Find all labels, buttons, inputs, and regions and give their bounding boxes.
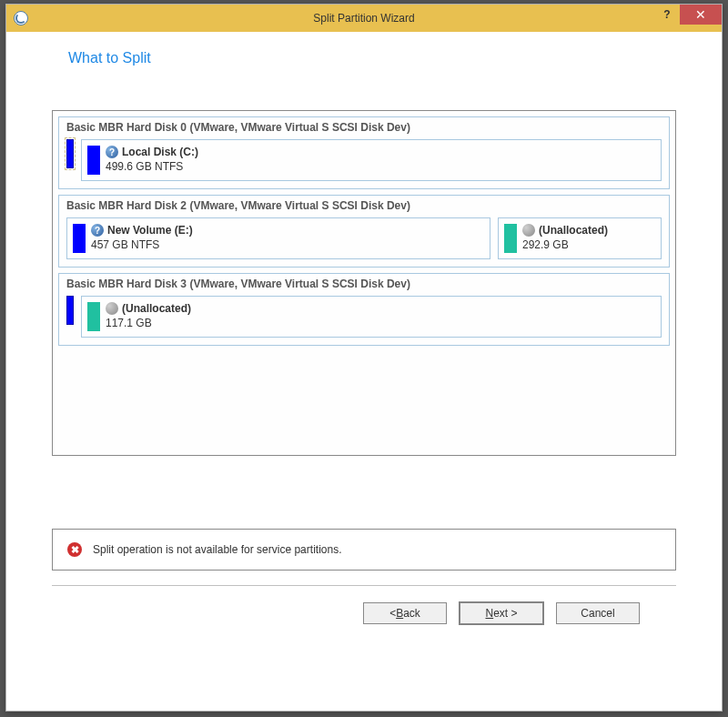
info-icon: ? (91, 224, 104, 237)
partition-name-row: ? New Volume (E:) (91, 224, 193, 237)
partition-info: (Unallocated) 117.1 GB (106, 302, 191, 329)
partitions-row: ? Local Disk (C:) 499.6 GB NTFS (66, 139, 662, 181)
partition-details: 117.1 GB (106, 317, 191, 329)
button-row: < Back Next > Cancel (52, 586, 676, 624)
partitions-row: (Unallocated) 117.1 GB (66, 296, 662, 338)
partition-details: 292.9 GB (522, 238, 608, 251)
disk-icon (106, 302, 118, 315)
download-icon (642, 693, 657, 708)
window-controls: ? ✕ (654, 5, 722, 25)
disk-group-2: Basic MBR Hard Disk 2 (VMware, VMware Vi… (58, 195, 670, 268)
partition-name: (Unallocated) (122, 302, 191, 315)
info-icon: ? (106, 146, 118, 158)
partition-info: ? Local Disk (C:) 499.6 GB NTFS (106, 146, 198, 173)
partition-name: Local Disk (C:) (122, 146, 198, 158)
partition-info: ? New Volume (E:) 457 GB NTFS (91, 224, 193, 251)
wizard-content: What to Split Basic MBR Hard Disk 0 (VMw… (6, 32, 722, 633)
info-panel: ✖ Split operation is not available for s… (52, 529, 676, 571)
partition-name-row: (Unallocated) (106, 302, 191, 315)
partitions-row: ? New Volume (E:) 457 GB NTFS (Unallocat… (66, 217, 662, 259)
page-title: What to Split (68, 50, 676, 66)
info-message: Split operation is not available for ser… (93, 543, 341, 556)
partition-name: (Unallocated) (539, 224, 608, 237)
partition-name-row: (Unallocated) (522, 224, 608, 237)
close-button[interactable]: ✕ (680, 5, 722, 25)
back-button[interactable]: < Back (363, 602, 447, 624)
partition-name: New Volume (E:) (107, 224, 193, 237)
disk-header: Basic MBR Hard Disk 3 (VMware, VMware Vi… (66, 278, 662, 290)
partition-lead-bar[interactable] (66, 296, 74, 325)
disk-group-3: Basic MBR Hard Disk 3 (VMware, VMware Vi… (58, 273, 670, 346)
disk-header: Basic MBR Hard Disk 0 (VMware, VMware Vi… (66, 121, 662, 134)
close-icon: ✕ (695, 8, 706, 21)
partition-unallocated[interactable]: (Unallocated) 292.9 GB (498, 217, 662, 259)
disk-list: Basic MBR Hard Disk 0 (VMware, VMware Vi… (52, 110, 676, 456)
titlebar: Split Partition Wizard ? ✕ (6, 5, 722, 32)
cancel-button[interactable]: Cancel (556, 602, 640, 624)
watermark: LO4D.com (642, 693, 719, 708)
disk-icon (522, 224, 535, 237)
partition-details: 499.6 GB NTFS (106, 160, 198, 173)
wizard-window: Split Partition Wizard ? ✕ What to Split… (5, 4, 723, 712)
app-icon (14, 11, 28, 25)
partition-new-volume-e[interactable]: ? New Volume (E:) 457 GB NTFS (66, 217, 490, 259)
partition-color-bar (87, 146, 100, 175)
disk-group-0: Basic MBR Hard Disk 0 (VMware, VMware Vi… (58, 116, 670, 189)
error-icon: ✖ (67, 542, 82, 557)
window-title: Split Partition Wizard (313, 12, 414, 25)
partition-details: 457 GB NTFS (91, 238, 193, 251)
partition-color-bar (504, 224, 517, 253)
partition-name-row: ? Local Disk (C:) (106, 146, 198, 158)
partition-color-bar (73, 224, 86, 253)
partition-unallocated[interactable]: (Unallocated) 117.1 GB (81, 296, 662, 338)
disk-header: Basic MBR Hard Disk 2 (VMware, VMware Vi… (66, 199, 662, 212)
next-button[interactable]: Next > (460, 602, 543, 624)
watermark-text: LO4D.com (662, 694, 719, 708)
partition-color-bar (87, 302, 100, 331)
partition-info: (Unallocated) 292.9 GB (522, 224, 608, 251)
partition-lead-bar[interactable] (66, 139, 74, 168)
partition-local-disk-c[interactable]: ? Local Disk (C:) 499.6 GB NTFS (81, 139, 662, 181)
help-button[interactable]: ? (654, 5, 680, 25)
